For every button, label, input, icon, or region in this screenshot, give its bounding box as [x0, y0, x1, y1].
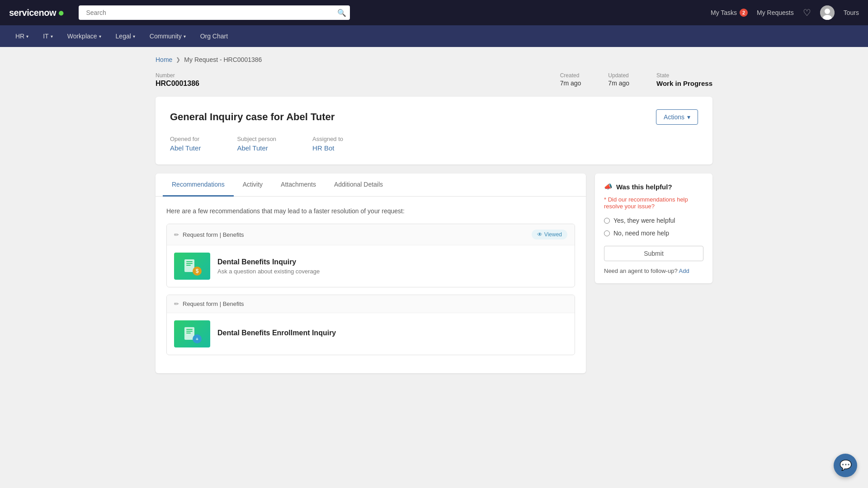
record-header: Number HRC0001386 Created 7m ago Updated… — [156, 72, 712, 88]
assigned-to-label: Assigned to — [312, 136, 343, 142]
logo-dot: ● — [58, 6, 65, 19]
nav-item-hr[interactable]: HR ▾ — [9, 25, 35, 47]
my-requests-button[interactable]: My Requests — [757, 9, 794, 16]
submit-label: Submit — [644, 250, 664, 257]
meta-number-value: HRC0001386 — [156, 80, 199, 88]
meta-number-label: Number — [156, 72, 199, 79]
nav-workplace-chevron: ▾ — [99, 34, 101, 39]
meta-state-value: Work in Progress — [656, 80, 712, 87]
tabs-header: Recommendations Activity Attachments Add… — [156, 174, 586, 197]
meta-updated-value: 7m ago — [608, 80, 629, 87]
svg-rect-5 — [186, 263, 193, 264]
tab-recommendations[interactable]: Recommendations — [163, 174, 234, 197]
tabs-card: Recommendations Activity Attachments Add… — [156, 174, 586, 373]
meta-state: State Work in Progress — [656, 72, 712, 87]
radio-no[interactable]: No, need more help — [604, 230, 703, 237]
tab-attachments[interactable]: Attachments — [272, 174, 325, 197]
nav-item-legal[interactable]: Legal ▾ — [109, 25, 142, 47]
nav-workplace-label: Workplace — [67, 33, 97, 40]
assigned-to-link[interactable]: HR Bot — [312, 144, 334, 152]
tours-label: Tours — [844, 9, 859, 16]
header-right: My Tasks 2 My Requests ♡ Tours — [711, 5, 859, 20]
breadcrumb-current: My Request - HRC0001386 — [184, 56, 262, 63]
logo: servicenow● — [9, 6, 64, 19]
rec-card-1-body[interactable]: + Dental Benefits Enrollment Inquiry — [167, 313, 575, 355]
nav-item-org-chart[interactable]: Org Chart — [194, 25, 234, 47]
record-meta: Number HRC0001386 — [156, 72, 199, 88]
rec-info-1: Dental Benefits Enrollment Inquiry — [217, 329, 336, 339]
record-dates: Created 7m ago Updated 7m ago State Work… — [560, 72, 712, 87]
breadcrumb-home[interactable]: Home — [156, 56, 172, 63]
chat-icon: 💬 — [840, 460, 852, 471]
subject-person-link[interactable]: Abel Tuter — [237, 144, 268, 152]
nav-bar: HR ▾ IT ▾ Workplace ▾ Legal ▾ Community … — [0, 25, 868, 47]
rec-thumb-0: $ — [174, 253, 210, 280]
tab-additional-details[interactable]: Additional Details — [325, 174, 392, 197]
rec-card-1-type-label: Request form | Benefits — [183, 300, 244, 307]
svg-rect-4 — [186, 261, 193, 262]
info-row: Opened for Abel Tuter Subject person Abe… — [170, 136, 698, 152]
actions-label: Actions — [664, 113, 684, 121]
tab-activity[interactable]: Activity — [234, 174, 272, 197]
rec-card-1-header: ✏ Request form | Benefits — [167, 295, 575, 313]
meta-updated: Updated 7m ago — [608, 72, 629, 87]
helpful-title-text: Was this helpful? — [616, 183, 672, 191]
follow-up-link[interactable]: Add — [679, 267, 689, 274]
nav-community-chevron: ▾ — [184, 34, 186, 39]
viewed-label: Viewed — [544, 231, 562, 238]
helpful-question: * Did our recommendations help resolve y… — [604, 196, 703, 210]
rec-card-0: ✏ Request form | Benefits 👁 Viewed — [166, 224, 575, 287]
actions-button[interactable]: Actions ▾ — [656, 109, 698, 125]
opened-for-label: Opened for — [170, 136, 201, 142]
meta-state-label: State — [656, 72, 712, 79]
rec-title-1: Dental Benefits Enrollment Inquiry — [217, 329, 336, 337]
search-button[interactable]: 🔍 — [337, 9, 346, 17]
nav-item-it[interactable]: IT ▾ — [37, 25, 59, 47]
my-tasks-button[interactable]: My Tasks 2 — [711, 9, 748, 17]
nav-item-community[interactable]: Community ▾ — [143, 25, 192, 47]
rec-card-0-body[interactable]: $ Dental Benefits Inquiry Ask a question… — [167, 245, 575, 287]
radio-yes-label: Yes, they were helpful — [613, 217, 675, 224]
tours-button[interactable]: Tours — [844, 9, 859, 16]
rec-card-0-type: ✏ Request form | Benefits — [174, 231, 244, 238]
rec-info-0: Dental Benefits Inquiry Ask a question a… — [217, 258, 320, 275]
edit-icon: ✏ — [174, 231, 179, 238]
rec-card-0-type-label: Request form | Benefits — [183, 231, 244, 238]
rec-thumb-1: + — [174, 320, 210, 347]
search-input[interactable] — [79, 5, 350, 20]
radio-no-input[interactable] — [604, 230, 610, 236]
rec-card-0-header: ✏ Request form | Benefits 👁 Viewed — [167, 224, 575, 245]
chat-bubble[interactable]: 💬 — [834, 454, 857, 477]
nav-legal-chevron: ▾ — [133, 34, 135, 39]
helpful-question-text: Did our recommendations help resolve you… — [604, 196, 688, 210]
submit-button[interactable]: Submit — [604, 246, 703, 261]
nav-item-workplace[interactable]: Workplace ▾ — [61, 25, 108, 47]
tabs-layout: Recommendations Activity Attachments Add… — [156, 174, 712, 373]
svg-rect-6 — [186, 265, 191, 266]
opened-for-link[interactable]: Abel Tuter — [170, 144, 201, 152]
required-star: * — [604, 196, 606, 203]
my-tasks-label: My Tasks — [711, 9, 737, 16]
radio-yes[interactable]: Yes, they were helpful — [604, 217, 703, 224]
radio-no-label: No, need more help — [613, 230, 669, 237]
nav-it-chevron: ▾ — [51, 34, 53, 39]
follow-up-text: Need an agent to follow-up? — [604, 267, 678, 274]
edit-icon-1: ✏ — [174, 300, 179, 307]
radio-yes-input[interactable] — [604, 218, 610, 224]
actions-chevron-icon: ▾ — [687, 113, 690, 121]
nav-hr-label: HR — [15, 33, 24, 40]
megaphone-icon: 📣 — [604, 183, 613, 191]
eye-icon: 👁 — [537, 231, 542, 238]
rec-card-1: ✏ Request form | Benefits — [166, 295, 575, 355]
meta-created-value: 7m ago — [560, 80, 581, 87]
tabs-content: Here are a few recommendations that may … — [156, 197, 586, 373]
meta-number: Number HRC0001386 — [156, 72, 199, 88]
svg-rect-11 — [186, 331, 193, 332]
nav-org-chart-label: Org Chart — [200, 33, 228, 40]
avatar[interactable] — [820, 5, 835, 20]
rec-intro: Here are a few recommendations that may … — [166, 207, 575, 215]
meta-updated-label: Updated — [608, 72, 629, 79]
meta-created: Created 7m ago — [560, 72, 581, 87]
case-title: General Inquiry case for Abel Tuter — [170, 111, 335, 123]
favorites-button[interactable]: ♡ — [803, 7, 811, 18]
